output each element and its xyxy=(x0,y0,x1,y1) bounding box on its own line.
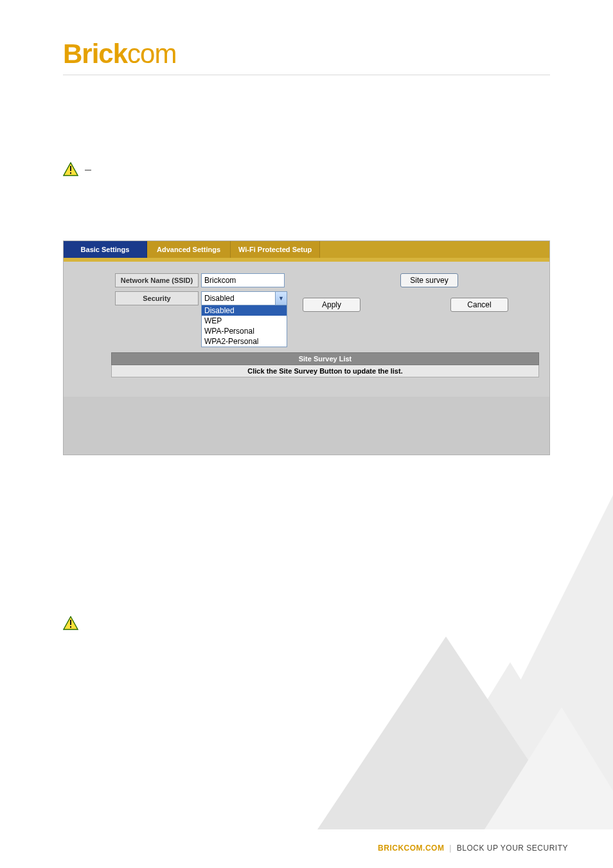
tab-basic-settings[interactable]: Basic Settings xyxy=(64,241,147,258)
svg-marker-8 xyxy=(317,637,574,829)
site-survey-button[interactable]: Site survey xyxy=(400,273,458,287)
tab-advanced-settings[interactable]: Advanced Settings xyxy=(147,241,231,258)
logo-bold: Brick xyxy=(63,39,127,69)
chevron-down-icon: ▼ xyxy=(275,292,287,305)
page-footer: BRICKCOM.COM | BLOCK UP YOUR SECURITY xyxy=(378,844,568,853)
security-options-list: Disabled WEP WPA-Personal WPA2-Personal xyxy=(201,305,287,347)
cancel-button[interactable]: Cancel xyxy=(450,298,508,312)
security-selected-value: Disabled xyxy=(204,294,235,303)
form-area: Network Name (SSID) Site survey Security… xyxy=(64,262,549,397)
note-dash: – xyxy=(85,163,91,176)
footer-brand: BRICKCOM.COM xyxy=(378,844,444,853)
warning-icon xyxy=(63,616,78,630)
security-option-wep[interactable]: WEP xyxy=(202,316,287,326)
logo-thin: com xyxy=(127,39,176,69)
brand-logo: Brickcom xyxy=(63,39,176,69)
site-survey-list-header: Site Survey List xyxy=(111,352,539,365)
security-option-disabled[interactable]: Disabled xyxy=(202,305,287,316)
security-option-wpa2[interactable]: WPA2-Personal xyxy=(202,336,287,347)
svg-rect-4 xyxy=(70,620,71,625)
security-option-wpa[interactable]: WPA-Personal xyxy=(202,326,287,336)
header-divider xyxy=(63,75,550,75)
tab-wifi-protected-setup[interactable]: Wi-Fi Protected Setup xyxy=(231,241,320,258)
security-label: Security xyxy=(115,291,199,305)
security-select[interactable]: Disabled ▼ Disabled WEP WPA-Personal WPA… xyxy=(201,291,287,347)
apply-button[interactable]: Apply xyxy=(303,298,360,312)
ssid-label: Network Name (SSID) xyxy=(115,273,199,287)
svg-rect-2 xyxy=(70,172,71,174)
svg-marker-7 xyxy=(407,662,613,829)
note-row-2 xyxy=(63,616,550,630)
svg-marker-9 xyxy=(484,707,613,829)
site-survey-hint: Click the Site Survey Button to update t… xyxy=(111,365,539,377)
wireless-settings-panel: Basic Settings Advanced Settings Wi-Fi P… xyxy=(63,240,550,455)
footer-separator: | xyxy=(449,844,452,853)
svg-rect-5 xyxy=(70,626,71,628)
ssid-input[interactable] xyxy=(201,273,285,287)
warning-icon xyxy=(63,162,78,176)
svg-rect-1 xyxy=(70,166,71,171)
footer-tagline: BLOCK UP YOUR SECURITY xyxy=(457,844,568,853)
note-row-1: – xyxy=(63,162,550,176)
tabbar: Basic Settings Advanced Settings Wi-Fi P… xyxy=(64,241,549,258)
